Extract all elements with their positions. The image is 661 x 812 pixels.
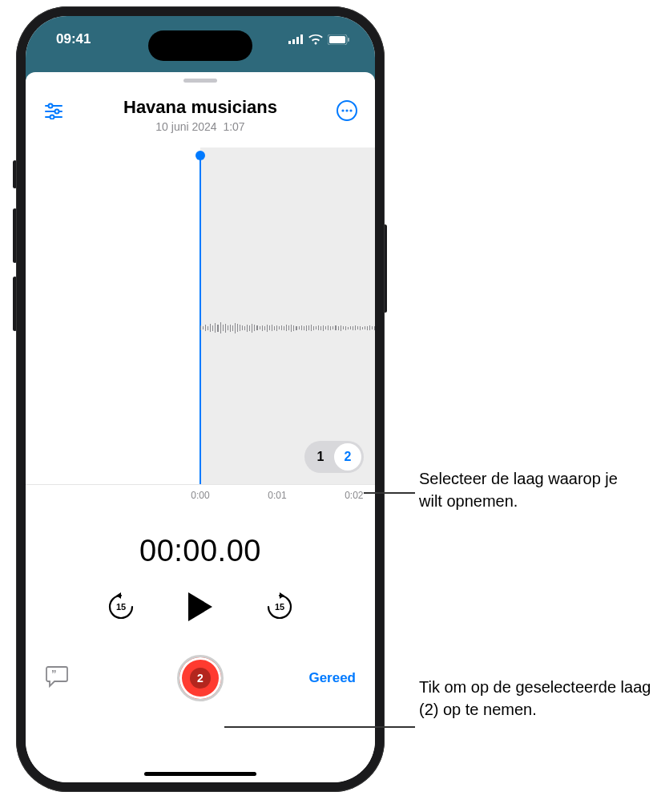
callout-record: Tik om op de geselecteerde laag (2) op t… <box>419 676 651 721</box>
settings-button[interactable] <box>40 97 67 124</box>
recording-date: 10 juni 2024 <box>155 120 216 133</box>
ruler-tick: 0:00 <box>191 490 209 501</box>
sheet-grabber[interactable] <box>183 79 217 83</box>
svg-rect-1 <box>292 39 295 44</box>
recording-sheet: Havana musicians 10 juni 2024 1:07 1 2 <box>26 72 375 782</box>
phone-screen: 09:41 Havana musicians 10 juni 2024 1:07 <box>26 16 375 782</box>
skip-forward-icon: 15 <box>265 592 294 621</box>
recording-duration: 1:07 <box>223 120 244 133</box>
play-button[interactable] <box>187 591 214 623</box>
transcript-icon: ” <box>45 665 69 688</box>
recording-subtitle: 10 juni 2024 1:07 <box>67 120 333 133</box>
svg-marker-20 <box>280 592 284 599</box>
callout-layer-select: Selecteer de laag waarop je wilt opnemen… <box>419 467 643 512</box>
svg-point-12 <box>50 115 54 119</box>
playback-controls: 15 15 <box>26 591 375 623</box>
record-button[interactable]: 2 <box>177 655 224 701</box>
svg-rect-2 <box>296 37 299 44</box>
home-indicator[interactable] <box>144 772 256 776</box>
done-button[interactable]: Gereed <box>308 670 356 686</box>
svg-point-15 <box>345 109 348 111</box>
dynamic-island <box>148 30 252 61</box>
svg-marker-19 <box>188 592 212 621</box>
svg-text:15: 15 <box>275 602 284 612</box>
ruler-tick: 0:02 <box>345 490 363 501</box>
svg-rect-3 <box>300 34 303 44</box>
svg-text:”: ” <box>51 668 57 680</box>
recording-title[interactable]: Havana musicians <box>67 97 333 118</box>
cellular-icon <box>288 34 304 44</box>
layer-selector[interactable]: 1 2 <box>304 441 364 473</box>
waveform-track-2 <box>200 312 375 344</box>
bottom-toolbar: ” 2 Gereed <box>26 655 375 701</box>
svg-rect-6 <box>348 38 349 42</box>
waveform-area[interactable]: 1 2 <box>26 147 375 484</box>
svg-text:15: 15 <box>116 602 126 612</box>
svg-rect-0 <box>288 41 291 44</box>
skip-back-icon: 15 <box>107 592 135 621</box>
callout-leader-line <box>364 492 415 494</box>
svg-point-14 <box>341 109 344 111</box>
sliders-icon <box>44 102 63 119</box>
svg-marker-17 <box>116 592 121 599</box>
record-layer-badge: 2 <box>190 668 211 689</box>
more-icon <box>337 100 357 121</box>
svg-point-10 <box>55 110 59 114</box>
svg-point-8 <box>49 104 53 108</box>
phone-frame: 09:41 Havana musicians 10 juni 2024 1:07 <box>16 6 385 792</box>
wifi-icon <box>308 34 323 45</box>
svg-rect-5 <box>329 36 345 43</box>
skip-forward-button[interactable]: 15 <box>265 592 294 621</box>
time-ruler[interactable]: 0:00 0:01 0:02 <box>26 484 375 508</box>
skip-back-button[interactable]: 15 <box>107 592 135 621</box>
svg-point-16 <box>349 109 352 111</box>
ruler-tick: 0:01 <box>268 490 286 501</box>
more-button[interactable] <box>333 97 361 124</box>
header: Havana musicians 10 juni 2024 1:07 <box>26 91 375 133</box>
layer-2-button[interactable]: 2 <box>334 443 361 471</box>
transcript-button[interactable]: ” <box>45 665 69 691</box>
play-icon <box>187 591 214 623</box>
elapsed-timer: 00:00.00 <box>26 534 375 568</box>
status-time: 09:41 <box>56 31 91 47</box>
battery-icon <box>328 34 349 45</box>
status-icons <box>288 34 349 45</box>
layer-1-button[interactable]: 1 <box>307 443 334 471</box>
callout-leader-line <box>224 726 415 728</box>
